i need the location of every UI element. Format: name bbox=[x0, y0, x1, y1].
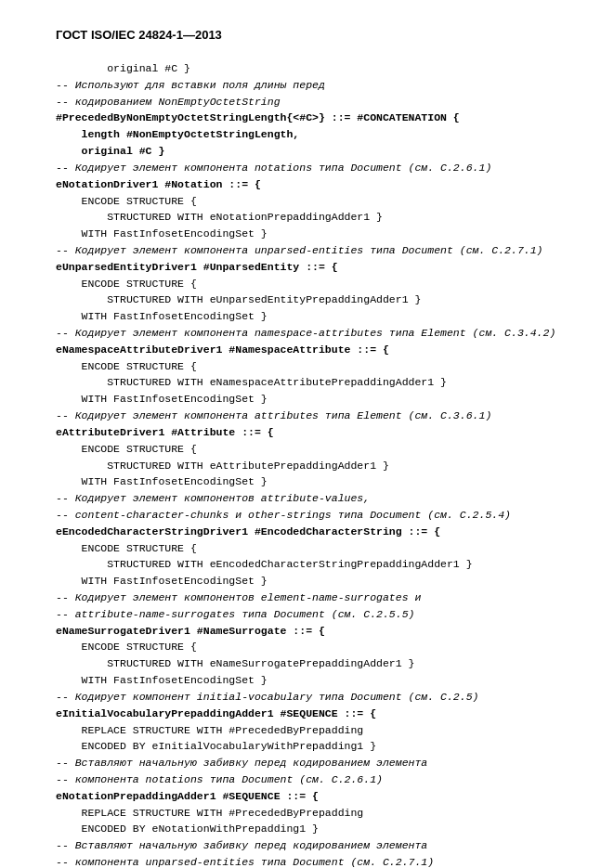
code-line: ENCODE STRUCTURE { bbox=[56, 441, 577, 458]
code-line: ENCODED BY eInitialVocabularyWithPrepadd… bbox=[56, 738, 577, 755]
code-line: -- Кодирует компонент initial-vocabulary… bbox=[56, 689, 577, 706]
code-line: original #C } bbox=[56, 143, 577, 160]
code-line: -- Кодирует элемент компонентов attribut… bbox=[56, 490, 577, 507]
code-line: WITH FastInfosetEncodingSet } bbox=[56, 473, 577, 490]
page-content: ГОСТ ISO/IEC 24824-1—2013 original #C }-… bbox=[56, 28, 577, 868]
code-line: ENCODE STRUCTURE { bbox=[56, 193, 577, 210]
code-line: eNotationPrepaddingAdder1 #SEQUENCE ::= … bbox=[56, 788, 577, 805]
code-line: -- Кодирует элемент компонента unparsed-… bbox=[56, 242, 577, 259]
code-line: WITH FastInfosetEncodingSet } bbox=[56, 672, 577, 689]
code-line: REPLACE STRUCTURE WITH #PrecededByPrepad… bbox=[56, 805, 577, 822]
code-line: -- компонента notations типа Document (с… bbox=[56, 771, 577, 788]
code-line: STRUCTURED WITH eNameSurrogatePrepadding… bbox=[56, 655, 577, 672]
header-title: ГОСТ ISO/IEC 24824-1—2013 bbox=[56, 28, 222, 42]
code-line: eNotationDriver1 #Notation ::= { bbox=[56, 176, 577, 193]
code-line: ENCODE STRUCTURE { bbox=[56, 639, 577, 655]
code-line: eNamespaceAttributeDriver1 #NamespaceAtt… bbox=[56, 342, 577, 358]
code-line: -- Вставляют начальную забивку перед код… bbox=[56, 837, 577, 854]
code-line: STRUCTURED WITH eNamespaceAttributePrepa… bbox=[56, 374, 577, 391]
code-line: STRUCTURED WITH eNotationPrepaddingAdder… bbox=[56, 209, 577, 226]
code-line: -- Кодирует элемент компонента attribute… bbox=[56, 408, 577, 424]
code-line: REPLACE STRUCTURE WITH #PrecededByPrepad… bbox=[56, 722, 577, 739]
code-line: WITH FastInfosetEncodingSet } bbox=[56, 226, 577, 242]
code-line: -- Используют для вставки поля длины пер… bbox=[56, 77, 577, 94]
code-line: eUnparsedEntityDriver1 #UnparsedEntity :… bbox=[56, 259, 577, 276]
code-line: -- attribute-name-surrogates типа Docume… bbox=[56, 606, 577, 623]
code-line: STRUCTURED WITH eAttributePrepaddingAdde… bbox=[56, 458, 577, 474]
code-line: -- Вставляют начальную забивку перед код… bbox=[56, 755, 577, 771]
code-line: -- Кодирует элемент компонента namespace… bbox=[56, 325, 577, 342]
code-line: eEncodedCharacterStringDriver1 #EncodedC… bbox=[56, 524, 577, 540]
code-line: #PrecededByNonEmptyOctetStringLength{<#C… bbox=[56, 110, 577, 126]
code-line: WITH FastInfosetEncodingSet } bbox=[56, 391, 577, 408]
code-line: -- кодированием NonEmptyOctetString bbox=[56, 94, 577, 110]
code-line: eAttributeDriver1 #Attribute ::= { bbox=[56, 424, 577, 441]
code-line: ENCODED BY eNotationWithPrepadding1 } bbox=[56, 821, 577, 837]
code-line: -- content-character-chunks и other-stri… bbox=[56, 507, 577, 524]
code-line: eNameSurrogateDriver1 #NameSurrogate ::=… bbox=[56, 623, 577, 640]
code-line: ENCODE STRUCTURE { bbox=[56, 358, 577, 375]
code-line: STRUCTURED WITH eUnparsedEntityPrepaddin… bbox=[56, 291, 577, 308]
code-line: eInitialVocabularyPrepaddingAdder1 #SEQU… bbox=[56, 706, 577, 722]
code-line: WITH FastInfosetEncodingSet } bbox=[56, 573, 577, 589]
code-line: WITH FastInfosetEncodingSet } bbox=[56, 308, 577, 325]
code-line: length #NonEmptyOctetStringLength, bbox=[56, 126, 577, 143]
code-line: -- Кодирует элемент компонентов element-… bbox=[56, 589, 577, 606]
code-line: ENCODE STRUCTURE { bbox=[56, 276, 577, 292]
code-line: original #C } bbox=[56, 60, 577, 77]
page-header: ГОСТ ISO/IEC 24824-1—2013 bbox=[56, 28, 577, 42]
code-line: -- Кодирует элемент компонента notations… bbox=[56, 160, 577, 176]
code-line: ENCODE STRUCTURE { bbox=[56, 540, 577, 557]
code-line: STRUCTURED WITH eEncodedCharacterStringP… bbox=[56, 556, 577, 573]
code-line: -- компонента unparsed-entities типа Doc… bbox=[56, 854, 577, 868]
code-content: original #C }-- Используют для вставки п… bbox=[56, 60, 577, 868]
